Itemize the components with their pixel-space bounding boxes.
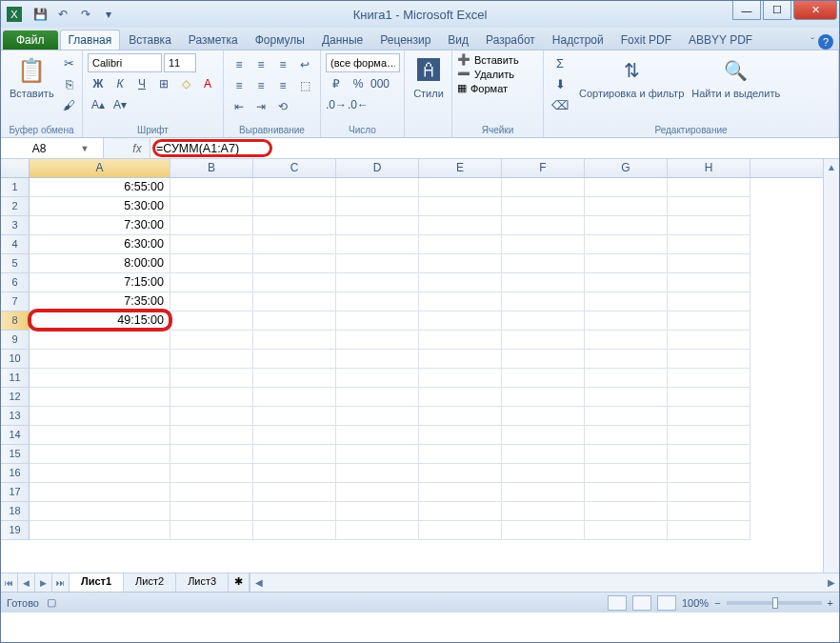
cell[interactable] xyxy=(502,197,585,216)
cell[interactable] xyxy=(336,235,419,254)
row-header[interactable]: 16 xyxy=(1,464,30,483)
cell[interactable] xyxy=(502,426,585,445)
cell[interactable] xyxy=(502,464,585,483)
name-box[interactable]: ▼ xyxy=(1,138,104,158)
cell[interactable] xyxy=(502,350,585,369)
row-header[interactable]: 1 xyxy=(1,178,30,197)
cell[interactable] xyxy=(253,369,336,388)
last-sheet-button[interactable]: ⏭ xyxy=(52,573,70,592)
cell[interactable] xyxy=(30,502,170,521)
cell[interactable] xyxy=(585,502,668,521)
cell[interactable] xyxy=(419,369,502,388)
row-header[interactable]: 8 xyxy=(1,311,30,331)
cell[interactable] xyxy=(585,445,668,464)
font-color-button[interactable]: A xyxy=(197,74,218,93)
maximize-button[interactable]: ☐ xyxy=(763,1,791,20)
cell[interactable] xyxy=(502,273,585,292)
tab-formulas[interactable]: Формулы xyxy=(247,30,313,50)
cell[interactable] xyxy=(30,464,170,483)
currency-button[interactable]: ₽ xyxy=(326,74,347,93)
align-right-button[interactable]: ≡ xyxy=(272,76,293,95)
cell[interactable] xyxy=(668,521,750,540)
increase-decimal-button[interactable]: .0→ xyxy=(326,95,347,114)
find-select-button[interactable]: 🔍 Найти и выделить xyxy=(688,53,784,101)
cell[interactable] xyxy=(253,388,336,407)
cell[interactable] xyxy=(170,350,253,369)
cell[interactable] xyxy=(30,483,170,502)
cell[interactable] xyxy=(585,388,668,407)
cell[interactable] xyxy=(419,331,502,350)
cell[interactable] xyxy=(253,464,336,483)
macro-record-icon[interactable]: ▢ xyxy=(47,596,56,609)
horizontal-scrollbar[interactable]: ◀ ▶ xyxy=(250,573,839,592)
help-icon[interactable]: ? xyxy=(818,34,833,50)
cell[interactable] xyxy=(30,445,170,464)
cell[interactable] xyxy=(170,331,253,350)
cell[interactable] xyxy=(502,216,585,235)
cell[interactable] xyxy=(585,464,668,483)
percent-button[interactable]: % xyxy=(348,74,369,93)
row-header[interactable]: 19 xyxy=(1,521,30,540)
name-box-dropdown-icon[interactable]: ▼ xyxy=(77,144,92,153)
font-name-select[interactable] xyxy=(88,53,162,72)
scroll-up-icon[interactable]: ▲ xyxy=(824,159,839,175)
page-layout-view-button[interactable] xyxy=(632,595,651,611)
insert-cells-button[interactable]: ➕Вставить xyxy=(457,53,519,66)
cell[interactable] xyxy=(419,483,502,502)
cell[interactable] xyxy=(170,426,253,445)
cell[interactable] xyxy=(336,369,419,388)
cell[interactable] xyxy=(502,388,585,407)
cell[interactable] xyxy=(585,216,668,235)
cell[interactable] xyxy=(419,521,502,540)
comma-button[interactable]: 000 xyxy=(370,74,390,93)
cell[interactable] xyxy=(336,311,419,331)
scroll-right-icon[interactable]: ▶ xyxy=(823,574,839,591)
cell[interactable] xyxy=(668,254,750,273)
cell[interactable] xyxy=(253,216,336,235)
wrap-text-button[interactable]: ↩ xyxy=(294,55,315,74)
row-header[interactable]: 2 xyxy=(1,197,30,216)
cell[interactable] xyxy=(336,426,419,445)
cell[interactable] xyxy=(253,311,336,331)
vertical-scrollbar[interactable]: ▲ xyxy=(823,159,839,573)
cell[interactable] xyxy=(585,369,668,388)
fill-color-button[interactable]: ◇ xyxy=(175,74,196,93)
cut-icon[interactable]: ✂ xyxy=(60,53,79,72)
tab-addins[interactable]: Надстрой xyxy=(544,30,612,50)
align-middle-button[interactable]: ≡ xyxy=(250,55,271,74)
cell[interactable] xyxy=(419,426,502,445)
cell[interactable] xyxy=(336,388,419,407)
cell[interactable] xyxy=(336,197,419,216)
tab-developer[interactable]: Разработ xyxy=(477,30,544,50)
scroll-left-icon[interactable]: ◀ xyxy=(250,574,267,591)
cell[interactable] xyxy=(502,521,585,540)
cell[interactable] xyxy=(253,197,336,216)
cell[interactable] xyxy=(336,445,419,464)
cell[interactable] xyxy=(668,502,750,521)
copy-icon[interactable]: ⎘ xyxy=(60,74,79,93)
cell[interactable] xyxy=(30,331,170,350)
cell[interactable] xyxy=(668,178,750,197)
orientation-button[interactable]: ⟲ xyxy=(272,97,293,116)
cell[interactable] xyxy=(336,350,419,369)
decrease-decimal-button[interactable]: .0← xyxy=(348,95,369,114)
cell[interactable] xyxy=(253,254,336,273)
name-box-input[interactable] xyxy=(1,142,77,155)
cell[interactable] xyxy=(585,331,668,350)
cell[interactable] xyxy=(585,254,668,273)
cell[interactable] xyxy=(170,216,253,235)
cell[interactable] xyxy=(502,311,585,331)
cell[interactable] xyxy=(30,369,170,388)
tab-view[interactable]: Вид xyxy=(439,30,477,50)
new-sheet-button[interactable]: ✱ xyxy=(229,573,250,592)
cell[interactable]: 6:55:00 xyxy=(30,178,170,197)
cell[interactable] xyxy=(30,407,170,426)
row-header[interactable]: 7 xyxy=(1,292,30,311)
cell[interactable] xyxy=(668,216,750,235)
tab-layout[interactable]: Разметка xyxy=(180,30,247,50)
cell[interactable] xyxy=(668,369,750,388)
cell[interactable] xyxy=(336,464,419,483)
cell[interactable] xyxy=(419,254,502,273)
cell[interactable] xyxy=(253,502,336,521)
row-header[interactable]: 5 xyxy=(1,254,30,273)
